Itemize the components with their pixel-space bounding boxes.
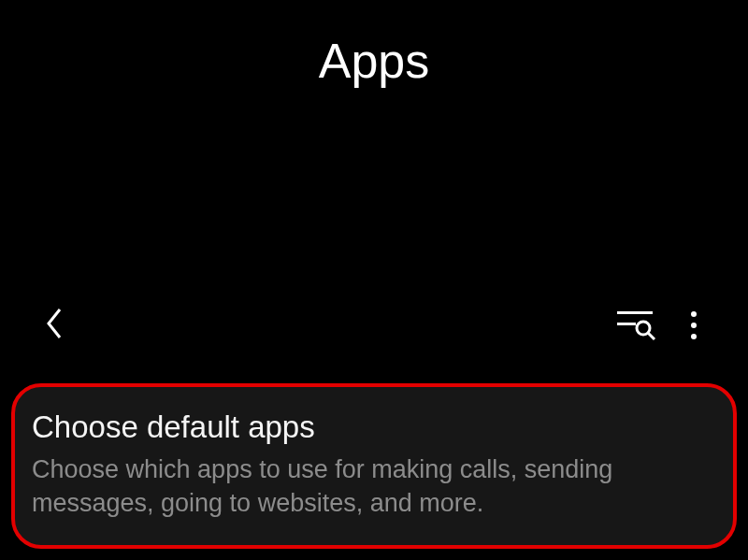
search-filter-icon[interactable] bbox=[615, 311, 656, 339]
toolbar bbox=[0, 297, 748, 353]
svg-point-0 bbox=[637, 322, 650, 335]
card-title: Choose default apps bbox=[32, 409, 716, 445]
page-title: Apps bbox=[0, 33, 748, 89]
svg-line-1 bbox=[648, 333, 654, 339]
choose-default-apps-card[interactable]: Choose default apps Choose which apps to… bbox=[11, 383, 737, 549]
back-icon[interactable] bbox=[45, 308, 64, 343]
toolbar-right bbox=[615, 311, 703, 339]
toolbar-left bbox=[45, 308, 64, 343]
card-description: Choose which apps to use for making call… bbox=[32, 452, 716, 521]
more-icon[interactable] bbox=[684, 311, 703, 339]
